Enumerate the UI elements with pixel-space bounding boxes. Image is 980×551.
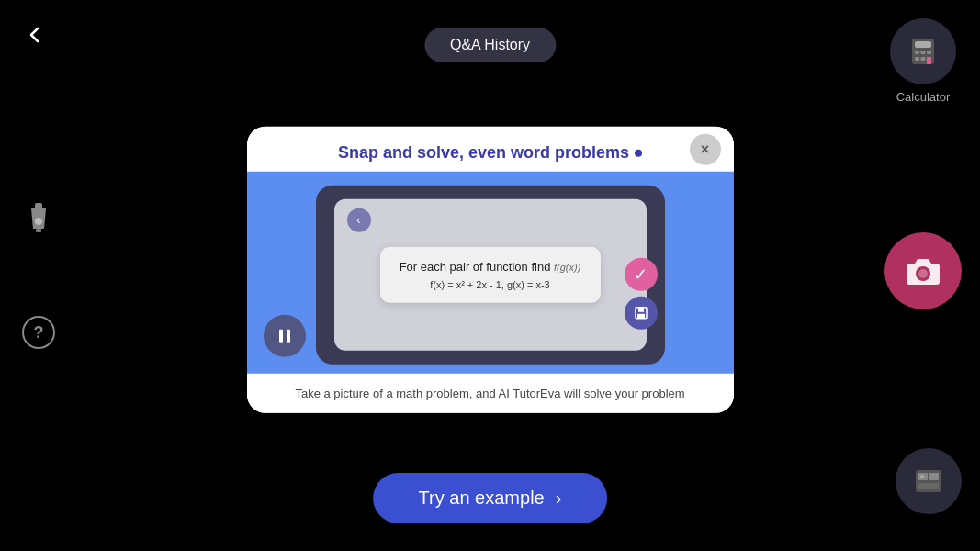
chevron-right-icon: › bbox=[556, 488, 562, 509]
svg-rect-7 bbox=[915, 51, 919, 54]
svg-point-19 bbox=[920, 475, 924, 478]
tutorial-modal: Snap and solve, even word problems × ‹ F… bbox=[247, 127, 734, 413]
svg-rect-0 bbox=[35, 203, 42, 208]
calculator-label: Calculator bbox=[896, 90, 951, 104]
modal-title-bar: Snap and solve, even word problems × bbox=[247, 127, 734, 172]
pause-button[interactable] bbox=[264, 315, 306, 357]
math-problem-card: For each pair of function find f(g(x)) f… bbox=[380, 246, 601, 302]
qa-history-button[interactable]: Q&A History bbox=[424, 28, 556, 62]
phone-screen: ‹ For each pair of function find f(g(x))… bbox=[334, 198, 647, 350]
svg-rect-23 bbox=[279, 330, 283, 343]
save-button[interactable] bbox=[625, 297, 658, 330]
svg-rect-18 bbox=[918, 483, 939, 489]
gallery-button[interactable] bbox=[896, 448, 962, 514]
function-notation: f(g(x)) bbox=[554, 261, 580, 272]
phone-mockup: ‹ For each pair of function find f(g(x))… bbox=[316, 185, 665, 364]
problem-text: For each pair of function find f(g(x)) bbox=[399, 259, 582, 273]
modal-footer: Take a picture of a math problem, and AI… bbox=[247, 374, 734, 413]
svg-rect-6 bbox=[915, 41, 931, 48]
check-button[interactable]: ✓ bbox=[625, 258, 658, 291]
flashlight-button[interactable] bbox=[18, 198, 59, 239]
svg-rect-1 bbox=[36, 229, 41, 232]
svg-rect-22 bbox=[637, 314, 645, 319]
svg-point-14 bbox=[918, 269, 928, 278]
svg-rect-17 bbox=[929, 473, 939, 480]
modal-title: Snap and solve, even word problems bbox=[338, 143, 642, 163]
svg-rect-11 bbox=[921, 57, 926, 61]
svg-rect-12 bbox=[927, 57, 931, 64]
svg-rect-24 bbox=[287, 330, 290, 343]
svg-rect-21 bbox=[638, 308, 644, 312]
close-button[interactable]: × bbox=[690, 133, 721, 164]
svg-rect-8 bbox=[921, 51, 926, 54]
svg-point-2 bbox=[35, 218, 42, 225]
svg-text:?: ? bbox=[34, 323, 44, 342]
help-button[interactable]: ? bbox=[18, 312, 59, 353]
svg-rect-10 bbox=[915, 57, 919, 61]
phone-back-icon: ‹ bbox=[347, 208, 371, 231]
title-dot bbox=[635, 150, 642, 157]
equation-text: f(x) = x² + 2x - 1, g(x) = x-3 bbox=[399, 278, 582, 289]
try-example-label: Try an example bbox=[419, 488, 545, 509]
left-sidebar: ? bbox=[18, 0, 59, 551]
modal-footer-text: Take a picture of a math problem, and AI… bbox=[265, 387, 715, 400]
camera-button[interactable] bbox=[884, 232, 962, 309]
svg-rect-9 bbox=[927, 51, 931, 54]
modal-content-area: ‹ For each pair of function find f(g(x))… bbox=[247, 172, 734, 374]
try-example-button[interactable]: Try an example › bbox=[373, 473, 608, 523]
calculator-button[interactable] bbox=[890, 18, 956, 84]
